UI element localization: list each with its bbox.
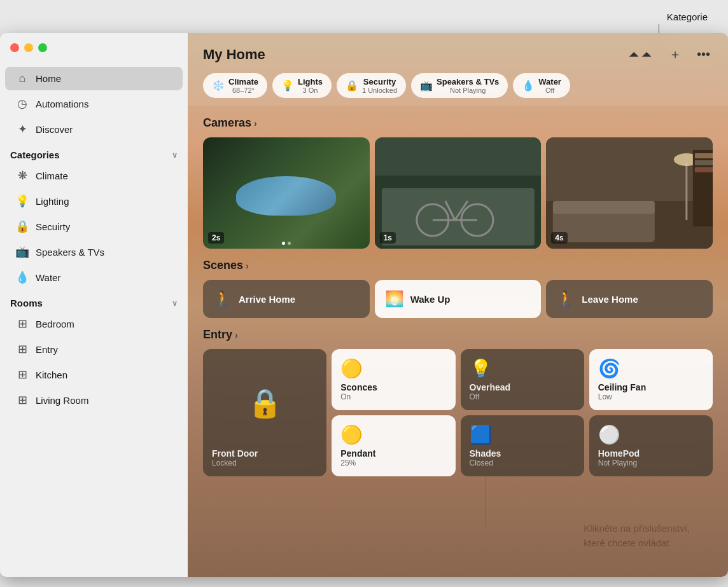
cam1-dots bbox=[282, 242, 291, 245]
leave-home-label: Leave Home bbox=[582, 294, 638, 305]
homepod-info: HomePod Not Playing bbox=[598, 448, 704, 467]
sidebar-bedroom-label: Bedroom bbox=[36, 319, 74, 329]
device-front-door[interactable]: 🔒 Front Door Locked bbox=[203, 349, 326, 476]
overhead-name: Overhead bbox=[470, 382, 575, 392]
rooms-chevron[interactable]: ∨ bbox=[172, 299, 178, 308]
svg-rect-17 bbox=[695, 167, 713, 172]
cam1-dot-1 bbox=[282, 242, 285, 245]
camera-3[interactable]: 4s bbox=[546, 137, 713, 249]
cam1-time: 2s bbox=[208, 232, 224, 244]
ceiling-fan-icon: 🌀 bbox=[598, 358, 704, 379]
scene-leave-home[interactable]: 🚶 Leave Home bbox=[546, 280, 713, 318]
add-button[interactable]: ＋ bbox=[666, 43, 684, 66]
main-header: My Home ⏶⏶ ＋ ••• bbox=[188, 33, 728, 73]
cam3-visual bbox=[546, 137, 713, 249]
sidebar-home-label: Home bbox=[36, 73, 61, 84]
chip-speakers-sub: Not Playing bbox=[437, 86, 499, 94]
traffic-lights bbox=[10, 43, 47, 52]
scenes-label: Scenes bbox=[203, 259, 243, 272]
chip-lights-label: Lights bbox=[298, 77, 323, 86]
ceiling-fan-status: Low bbox=[598, 392, 704, 401]
camera-1[interactable]: 2s bbox=[203, 137, 370, 249]
device-shades[interactable]: 🟦 Shades Closed bbox=[461, 415, 584, 476]
sidebar-item-automations[interactable]: ◷ Automations bbox=[5, 92, 183, 116]
device-homepod[interactable]: ⚪ HomePod Not Playing bbox=[589, 415, 713, 476]
waveform-button[interactable]: ⏶⏶ bbox=[626, 45, 656, 64]
sidebar-item-speakers-tvs[interactable]: 📺 Speakers & TVs bbox=[5, 240, 183, 264]
close-button[interactable] bbox=[10, 43, 19, 52]
entry-section-header: Entry › bbox=[203, 328, 713, 342]
sidebar-item-lighting[interactable]: 💡 Lighting bbox=[5, 189, 183, 213]
rooms-label: Rooms bbox=[10, 298, 43, 308]
sidebar-item-living-room[interactable]: ⊞ Living Room bbox=[5, 388, 183, 412]
cam2-visual bbox=[375, 137, 542, 249]
cameras-chevron[interactable]: › bbox=[254, 118, 257, 128]
sidebar-automations-label: Automations bbox=[36, 99, 88, 109]
sidebar-item-home[interactable]: ⌂ Home bbox=[5, 67, 183, 90]
water-icon: 💧 bbox=[15, 270, 29, 284]
kategorie-text: Kategorie bbox=[667, 11, 708, 22]
sconces-info: Sconces On bbox=[340, 382, 446, 401]
kitchen-icon: ⊞ bbox=[15, 368, 29, 382]
ceiling-fan-info: Ceiling Fan Low bbox=[598, 382, 704, 401]
entry-chevron[interactable]: › bbox=[235, 330, 238, 340]
chip-speakers-tvs[interactable]: 📺 Speakers & TVs Not Playing bbox=[411, 73, 508, 98]
pendant-status: 25% bbox=[340, 459, 446, 467]
annotation-kategorie: Kategorie bbox=[667, 11, 708, 22]
ceiling-fan-name: Ceiling Fan bbox=[598, 382, 704, 392]
sidebar-security-label: Secuirty bbox=[36, 221, 70, 232]
chip-water-label: Water bbox=[538, 77, 561, 86]
sidebar-entry-label: Entry bbox=[36, 344, 58, 355]
front-door-info: Front Door Locked bbox=[212, 448, 318, 467]
sidebar-discover-label: Discover bbox=[36, 124, 73, 135]
sidebar-item-bedroom[interactable]: ⊞ Bedroom bbox=[5, 312, 183, 336]
sidebar: ⌂ Home ◷ Automations ✦ Discover Categori… bbox=[0, 33, 188, 577]
more-button[interactable]: ••• bbox=[694, 45, 713, 64]
chip-climate[interactable]: ❄️ Climate 68–72° bbox=[203, 73, 267, 98]
camera-2[interactable]: 1s bbox=[375, 137, 542, 249]
sidebar-item-entry[interactable]: ⊞ Entry bbox=[5, 337, 183, 361]
categories-chevron[interactable]: ∨ bbox=[172, 151, 178, 160]
cameras-label: Cameras bbox=[203, 116, 251, 130]
overhead-icon: 💡 bbox=[470, 358, 575, 379]
sidebar-lighting-label: Lighting bbox=[36, 196, 69, 207]
pendant-name: Pendant bbox=[340, 448, 446, 459]
shades-icon: 🟦 bbox=[470, 424, 575, 445]
sidebar-item-kitchen[interactable]: ⊞ Kitchen bbox=[5, 363, 183, 387]
sconces-status: On bbox=[340, 392, 446, 401]
sidebar-item-water[interactable]: 💧 Water bbox=[5, 265, 183, 289]
scene-arrive-home[interactable]: 🚶 Arrive Home bbox=[203, 280, 370, 318]
device-pendant[interactable]: 🟡 Pendant 25% bbox=[332, 415, 455, 476]
chip-water[interactable]: 💧 Water Off bbox=[513, 73, 570, 98]
svg-rect-16 bbox=[695, 160, 713, 165]
overhead-status: Off bbox=[470, 392, 575, 401]
maximize-button[interactable] bbox=[38, 43, 47, 52]
speakers-chip-icon: 📺 bbox=[420, 79, 433, 92]
chip-lights[interactable]: 💡 Lights 3 On bbox=[272, 73, 332, 98]
security-icon: 🔒 bbox=[15, 219, 29, 233]
front-door-icon: 🔒 bbox=[248, 387, 283, 420]
device-ceiling-fan[interactable]: 🌀 Ceiling Fan Low bbox=[589, 349, 713, 410]
homepod-name: HomePod bbox=[598, 448, 704, 459]
home-icon: ⌂ bbox=[15, 72, 29, 85]
wake-up-label: Wake Up bbox=[410, 294, 451, 305]
device-sconces[interactable]: 🟡 Sconces On bbox=[332, 349, 455, 410]
chip-security[interactable]: 🔒 Security 1 Unlocked bbox=[337, 73, 406, 98]
device-overhead[interactable]: 💡 Overhead Off bbox=[461, 349, 584, 410]
front-door-status: Locked bbox=[212, 459, 318, 467]
sidebar-item-climate[interactable]: ❋ Climate bbox=[5, 163, 183, 188]
sidebar-item-discover[interactable]: ✦ Discover bbox=[5, 117, 183, 141]
homepod-icon: ⚪ bbox=[598, 424, 704, 445]
front-door-name: Front Door bbox=[212, 448, 318, 459]
minimize-button[interactable] bbox=[24, 43, 33, 52]
main-content: My Home ⏶⏶ ＋ ••• ❄️ Climate 68–72° 💡 Lig… bbox=[188, 33, 728, 577]
scenes-chevron[interactable]: › bbox=[246, 261, 249, 271]
scene-wake-up[interactable]: 🌅 Wake Up bbox=[375, 280, 542, 318]
sidebar-item-security[interactable]: 🔒 Secuirty bbox=[5, 214, 183, 238]
chip-security-label: Security bbox=[362, 77, 397, 86]
sidebar-speakers-label: Speakers & TVs bbox=[36, 247, 104, 258]
rooms-section: Rooms ∨ bbox=[0, 290, 188, 311]
svg-rect-11 bbox=[553, 201, 655, 214]
living-room-icon: ⊞ bbox=[15, 393, 29, 407]
header-actions: ⏶⏶ ＋ ••• bbox=[626, 43, 713, 66]
